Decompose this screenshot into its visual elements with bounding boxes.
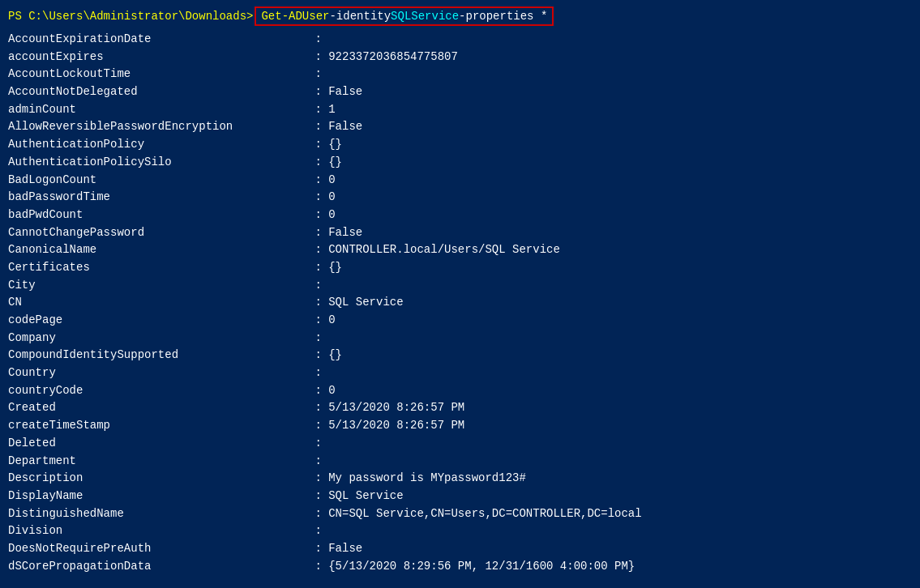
prop-sep: : (308, 49, 322, 66)
output-line: Certificates : {} (8, 259, 912, 277)
prop-sep: : (308, 277, 322, 295)
output-line: dSCorePropagationData : {5/13/2020 8:29:… (8, 558, 912, 576)
prop-value: 0 (322, 189, 336, 207)
prop-name: AccountNotDelegated (8, 83, 308, 101)
prop-value: 5/13/2020 8:26:57 PM (322, 399, 464, 417)
prop-value: {} (322, 136, 342, 154)
prop-name: Description (8, 470, 308, 488)
output-line: CanonicalName : CONTROLLER.local/Users/S… (8, 241, 912, 259)
prop-sep: : (308, 207, 322, 224)
prop-sep: : (308, 558, 322, 576)
prop-sep: : (308, 540, 322, 558)
prop-value: False (322, 118, 362, 136)
cmd-identity-flag: -identity (329, 10, 391, 23)
output-line: DoesNotRequirePreAuth : False (8, 540, 912, 558)
prop-name: Division (8, 522, 308, 540)
prop-sep: : (308, 31, 322, 49)
prop-name: Company (8, 330, 308, 347)
prop-name: Country (8, 364, 308, 382)
output-line: CN : SQL Service (8, 294, 912, 312)
prop-sep: : (308, 83, 322, 101)
output-line: Deleted : (8, 435, 912, 453)
output-line: adminCount : 1 (8, 101, 912, 119)
prop-sep: : (308, 347, 322, 364)
output-line: AuthenticationPolicySilo : {} (8, 154, 912, 172)
prop-value: 0 (322, 207, 336, 224)
output-line: createTimeStamp : 5/13/2020 8:26:57 PM (8, 417, 912, 435)
cmd-properties-flag: -properties * (459, 10, 547, 23)
prop-sep: : (308, 189, 322, 207)
prop-name: Deleted (8, 435, 308, 453)
prop-sep: : (308, 172, 322, 190)
prop-value: False (322, 540, 362, 558)
output-line: Created : 5/13/2020 8:26:57 PM (8, 399, 912, 417)
output-line: Description : My password is MYpassword1… (8, 470, 912, 488)
prop-sep: : (308, 312, 322, 330)
prop-name: Department (8, 453, 308, 471)
prop-name: DistinguishedName (8, 505, 308, 523)
prop-name: CN (8, 294, 308, 312)
prop-sep: : (308, 364, 322, 382)
prop-sep: : (308, 505, 322, 523)
output-line: Company : (8, 330, 912, 347)
output-line: badPasswordTime : 0 (8, 189, 912, 207)
output-line: AccountExpirationDate : (8, 31, 912, 49)
output-line: codePage : 0 (8, 312, 912, 330)
prop-name: accountExpires (8, 49, 308, 66)
prop-value: My password is MYpassword123# (322, 470, 526, 488)
prop-name: badPwdCount (8, 207, 308, 224)
prop-name: CompoundIdentitySupported (8, 347, 308, 364)
prop-sep: : (308, 382, 322, 400)
cmd-get-aduser: Get-ADUser (261, 10, 329, 23)
prop-name: BadLogonCount (8, 172, 308, 190)
prop-name: dSCorePropagationData (8, 558, 308, 576)
output-section: AccountExpirationDate :accountExpires : … (8, 31, 912, 575)
prop-name: AuthenticationPolicy (8, 136, 308, 154)
prop-sep: : (308, 330, 322, 347)
prop-sep: : (308, 417, 322, 435)
prop-name: AuthenticationPolicySilo (8, 154, 308, 172)
prop-name: CannotChangePassword (8, 224, 308, 242)
output-line: Country : (8, 364, 912, 382)
output-line: AccountLockoutTime : (8, 66, 912, 83)
prop-value: 5/13/2020 8:26:57 PM (322, 417, 464, 435)
prop-sep: : (308, 154, 322, 172)
prop-name: Created (8, 399, 308, 417)
prop-name: createTimeStamp (8, 417, 308, 435)
prompt-text: PS C:\Users\Administrator\Downloads> (8, 10, 253, 23)
output-line: City : (8, 277, 912, 295)
prop-name: DoesNotRequirePreAuth (8, 540, 308, 558)
prop-value: 0 (322, 312, 336, 330)
prop-sep: : (308, 453, 322, 471)
prop-sep: : (308, 66, 322, 83)
prop-name: AccountExpirationDate (8, 31, 308, 49)
prop-sep: : (308, 101, 322, 119)
prop-value: {} (322, 154, 342, 172)
prop-name: badPasswordTime (8, 189, 308, 207)
output-line: Division : (8, 522, 912, 540)
cmd-sqlservice: SQLService (391, 10, 459, 23)
prop-sep: : (308, 488, 322, 505)
prop-sep: : (308, 435, 322, 453)
output-line: Department : (8, 453, 912, 471)
prop-value: {} (322, 347, 342, 364)
prop-value: SQL Service (322, 488, 404, 505)
prop-value: 1 (322, 101, 336, 119)
prop-value: 0 (322, 172, 336, 190)
prop-sep: : (308, 118, 322, 136)
prop-value: 0 (322, 382, 336, 400)
prop-sep: : (308, 294, 322, 312)
output-line: BadLogonCount : 0 (8, 172, 912, 190)
prop-sep: : (308, 470, 322, 488)
prop-value: False (322, 224, 362, 242)
output-line: AuthenticationPolicy : {} (8, 136, 912, 154)
prop-sep: : (308, 136, 322, 154)
prop-value: 9223372036854775807 (322, 49, 458, 66)
prompt-line: PS C:\Users\Administrator\Downloads> Get… (8, 6, 912, 26)
prop-name: codePage (8, 312, 308, 330)
prop-name: countryCode (8, 382, 308, 400)
terminal-window: PS C:\Users\Administrator\Downloads> Get… (0, 0, 920, 588)
prop-name: adminCount (8, 101, 308, 119)
prop-sep: : (308, 224, 322, 242)
output-line: AllowReversiblePasswordEncryption : Fals… (8, 118, 912, 136)
